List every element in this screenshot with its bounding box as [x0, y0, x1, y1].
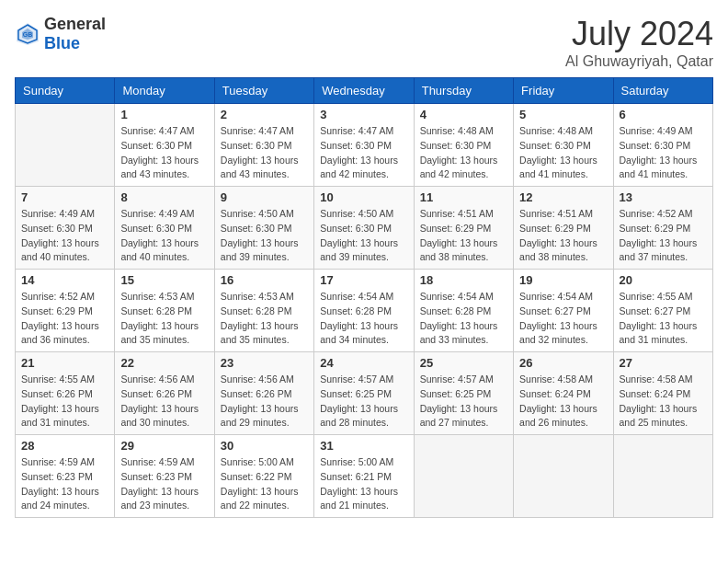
calendar-cell: 4Sunrise: 4:48 AMSunset: 6:30 PMDaylight…	[414, 104, 513, 187]
calendar-cell: 8Sunrise: 4:49 AMSunset: 6:30 PMDaylight…	[115, 187, 214, 270]
calendar-week-row: 28Sunrise: 4:59 AMSunset: 6:23 PMDayligh…	[16, 435, 713, 518]
day-info: Sunrise: 4:56 AMSunset: 6:26 PMDaylight:…	[221, 373, 308, 431]
day-info: Sunrise: 4:58 AMSunset: 6:24 PMDaylight:…	[519, 373, 607, 431]
calendar-cell	[514, 435, 613, 518]
day-info: Sunrise: 4:54 AMSunset: 6:27 PMDaylight:…	[519, 290, 607, 348]
calendar-header-day: Tuesday	[214, 78, 313, 104]
calendar-header-day: Monday	[115, 78, 214, 104]
calendar-header-day: Wednesday	[314, 78, 414, 104]
day-info: Sunrise: 4:55 AMSunset: 6:27 PMDaylight:…	[620, 290, 707, 348]
day-info: Sunrise: 4:52 AMSunset: 6:29 PMDaylight:…	[620, 207, 707, 265]
day-number: 29	[120, 439, 208, 453]
day-info: Sunrise: 4:51 AMSunset: 6:29 PMDaylight:…	[420, 207, 507, 265]
calendar-cell: 21Sunrise: 4:55 AMSunset: 6:26 PMDayligh…	[16, 352, 115, 435]
svg-text:GB: GB	[23, 31, 33, 38]
calendar-cell: 27Sunrise: 4:58 AMSunset: 6:24 PMDayligh…	[613, 352, 712, 435]
calendar-cell: 15Sunrise: 4:53 AMSunset: 6:28 PMDayligh…	[115, 270, 214, 352]
day-number: 8	[120, 190, 208, 204]
day-info: Sunrise: 5:00 AMSunset: 6:21 PMDaylight:…	[320, 455, 407, 513]
day-number: 14	[21, 273, 108, 287]
calendar-week-row: 21Sunrise: 4:55 AMSunset: 6:26 PMDayligh…	[16, 352, 713, 435]
day-number: 6	[620, 108, 707, 121]
calendar-cell: 10Sunrise: 4:50 AMSunset: 6:30 PMDayligh…	[314, 187, 414, 270]
day-info: Sunrise: 4:50 AMSunset: 6:30 PMDaylight:…	[221, 207, 308, 265]
calendar-cell: 29Sunrise: 4:59 AMSunset: 6:23 PMDayligh…	[115, 435, 214, 518]
calendar-cell: 18Sunrise: 4:54 AMSunset: 6:28 PMDayligh…	[414, 270, 513, 352]
calendar-cell: 9Sunrise: 4:50 AMSunset: 6:30 PMDaylight…	[214, 187, 313, 270]
calendar-header-day: Friday	[514, 78, 613, 104]
day-number: 31	[320, 439, 407, 453]
day-number: 2	[221, 108, 308, 121]
day-info: Sunrise: 4:53 AMSunset: 6:28 PMDaylight:…	[120, 290, 208, 348]
day-number: 12	[519, 190, 607, 204]
day-number: 22	[120, 356, 208, 370]
calendar-header-row: SundayMondayTuesdayWednesdayThursdayFrid…	[16, 78, 713, 104]
month-title: July 2024	[565, 15, 713, 53]
logo-general: General	[44, 15, 106, 33]
calendar-cell: 20Sunrise: 4:55 AMSunset: 6:27 PMDayligh…	[613, 270, 712, 352]
calendar-cell: 16Sunrise: 4:53 AMSunset: 6:28 PMDayligh…	[214, 270, 313, 352]
day-info: Sunrise: 4:57 AMSunset: 6:25 PMDaylight:…	[420, 373, 507, 431]
calendar-cell: 24Sunrise: 4:57 AMSunset: 6:25 PMDayligh…	[314, 352, 414, 435]
day-info: Sunrise: 4:59 AMSunset: 6:23 PMDaylight:…	[21, 455, 108, 513]
calendar-cell: 23Sunrise: 4:56 AMSunset: 6:26 PMDayligh…	[214, 352, 313, 435]
day-info: Sunrise: 4:47 AMSunset: 6:30 PMDaylight:…	[320, 124, 407, 182]
calendar-cell: 19Sunrise: 4:54 AMSunset: 6:27 PMDayligh…	[514, 270, 613, 352]
calendar-cell: 3Sunrise: 4:47 AMSunset: 6:30 PMDaylight…	[314, 104, 414, 187]
day-info: Sunrise: 5:00 AMSunset: 6:22 PMDaylight:…	[221, 455, 308, 513]
day-info: Sunrise: 4:54 AMSunset: 6:28 PMDaylight:…	[320, 290, 407, 348]
calendar-cell: 31Sunrise: 5:00 AMSunset: 6:21 PMDayligh…	[314, 435, 414, 518]
day-number: 20	[620, 273, 707, 287]
day-info: Sunrise: 4:49 AMSunset: 6:30 PMDaylight:…	[21, 207, 108, 265]
day-info: Sunrise: 4:48 AMSunset: 6:30 PMDaylight:…	[420, 124, 507, 182]
day-info: Sunrise: 4:50 AMSunset: 6:30 PMDaylight:…	[320, 207, 407, 265]
calendar-cell: 22Sunrise: 4:56 AMSunset: 6:26 PMDayligh…	[115, 352, 214, 435]
calendar-cell: 25Sunrise: 4:57 AMSunset: 6:25 PMDayligh…	[414, 352, 513, 435]
calendar-cell: 5Sunrise: 4:48 AMSunset: 6:30 PMDaylight…	[514, 104, 613, 187]
day-info: Sunrise: 4:47 AMSunset: 6:30 PMDaylight:…	[221, 124, 308, 182]
day-number: 21	[21, 356, 108, 370]
calendar-cell	[613, 435, 712, 518]
day-number: 25	[420, 356, 507, 370]
day-number: 24	[320, 356, 407, 370]
day-number: 1	[120, 108, 208, 121]
calendar-cell: 30Sunrise: 5:00 AMSunset: 6:22 PMDayligh…	[214, 435, 313, 518]
logo-text: General Blue	[44, 15, 106, 53]
day-info: Sunrise: 4:57 AMSunset: 6:25 PMDaylight:…	[320, 373, 407, 431]
calendar-cell: 28Sunrise: 4:59 AMSunset: 6:23 PMDayligh…	[16, 435, 115, 518]
day-number: 9	[221, 190, 308, 204]
day-info: Sunrise: 4:53 AMSunset: 6:28 PMDaylight:…	[221, 290, 308, 348]
day-info: Sunrise: 4:49 AMSunset: 6:30 PMDaylight:…	[120, 207, 208, 265]
day-info: Sunrise: 4:49 AMSunset: 6:30 PMDaylight:…	[620, 124, 707, 182]
day-info: Sunrise: 4:47 AMSunset: 6:30 PMDaylight:…	[120, 124, 208, 182]
day-number: 5	[519, 108, 607, 121]
calendar-week-row: 7Sunrise: 4:49 AMSunset: 6:30 PMDaylight…	[16, 187, 713, 270]
calendar-cell: 2Sunrise: 4:47 AMSunset: 6:30 PMDaylight…	[214, 104, 313, 187]
day-number: 13	[620, 190, 707, 204]
day-number: 3	[320, 108, 407, 121]
title-block: July 2024 Al Ghuwayriyah, Qatar	[565, 15, 713, 70]
calendar-cell: 1Sunrise: 4:47 AMSunset: 6:30 PMDaylight…	[115, 104, 214, 187]
calendar-cell	[414, 435, 513, 518]
day-info: Sunrise: 4:55 AMSunset: 6:26 PMDaylight:…	[21, 373, 108, 431]
logo-icon: GB	[15, 21, 40, 47]
calendar-cell	[16, 104, 115, 187]
calendar-cell: 26Sunrise: 4:58 AMSunset: 6:24 PMDayligh…	[514, 352, 613, 435]
calendar-week-row: 1Sunrise: 4:47 AMSunset: 6:30 PMDaylight…	[16, 104, 713, 187]
calendar-week-row: 14Sunrise: 4:52 AMSunset: 6:29 PMDayligh…	[16, 270, 713, 352]
calendar-cell: 11Sunrise: 4:51 AMSunset: 6:29 PMDayligh…	[414, 187, 513, 270]
calendar-cell: 13Sunrise: 4:52 AMSunset: 6:29 PMDayligh…	[613, 187, 712, 270]
day-number: 4	[420, 108, 507, 121]
day-number: 18	[420, 273, 507, 287]
day-number: 16	[221, 273, 308, 287]
day-number: 15	[120, 273, 208, 287]
location-title: Al Ghuwayriyah, Qatar	[565, 53, 713, 70]
page-header: GB General Blue July 2024 Al Ghuwayriyah…	[15, 15, 713, 70]
day-number: 23	[221, 356, 308, 370]
calendar-header-day: Thursday	[414, 78, 513, 104]
day-number: 28	[21, 439, 108, 453]
day-info: Sunrise: 4:56 AMSunset: 6:26 PMDaylight:…	[120, 373, 208, 431]
day-number: 27	[620, 356, 707, 370]
calendar-cell: 7Sunrise: 4:49 AMSunset: 6:30 PMDaylight…	[16, 187, 115, 270]
day-info: Sunrise: 4:54 AMSunset: 6:28 PMDaylight:…	[420, 290, 507, 348]
